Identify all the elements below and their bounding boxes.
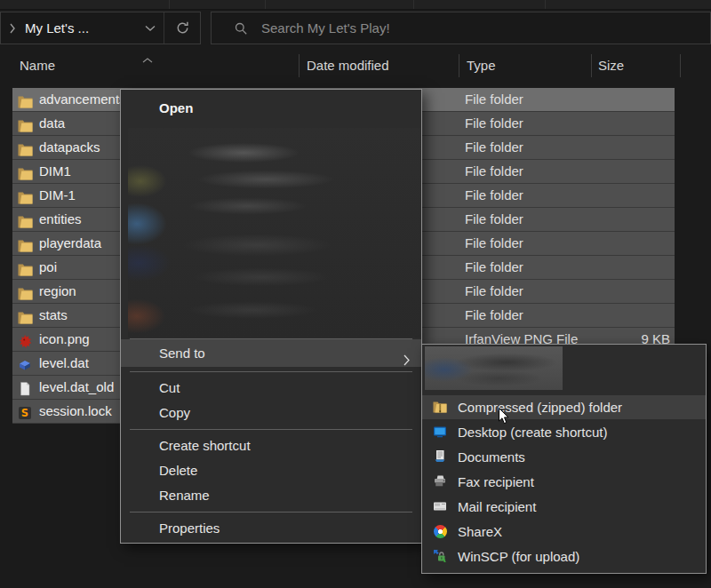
search-input[interactable]: [260, 20, 710, 36]
breadcrumb[interactable]: My Let's ...: [25, 20, 137, 36]
menu-item-properties[interactable]: Properties: [121, 516, 421, 541]
breadcrumb-chevron-icon: [9, 23, 16, 34]
menu-item-send-to[interactable]: Send to: [121, 339, 421, 367]
desktop-icon: [433, 425, 447, 439]
redacted-menu-items: [128, 128, 420, 338]
ribbon-divider: [413, 0, 414, 9]
sublime-file-icon: S: [18, 404, 32, 427]
menu-separator: [130, 371, 412, 372]
menu-item-open[interactable]: Open: [121, 92, 421, 124]
refresh-icon: [175, 20, 190, 36]
menu-item-rename[interactable]: Rename: [121, 483, 421, 508]
send-to-item-documents[interactable]: Documents: [422, 445, 706, 469]
winscp-icon: [433, 549, 447, 563]
documents-icon: [433, 449, 447, 464]
address-dropdown-button[interactable]: [137, 12, 164, 44]
submenu-arrow-icon: [403, 347, 410, 375]
menu-item-delete[interactable]: Delete: [121, 458, 421, 483]
send-to-item-mail-recipient[interactable]: Mail recipient: [422, 495, 706, 519]
column-header-name[interactable]: Name: [20, 58, 55, 73]
explorer-window: My Let's ... Name Date modified Type Siz…: [0, 0, 711, 588]
column-header-size[interactable]: Size: [598, 58, 624, 73]
column-divider[interactable]: [680, 54, 681, 77]
send-to-item-fax-recipient[interactable]: Fax recipient: [422, 470, 706, 494]
context-menu: Open Send to Cut Copy Create shortcut De…: [120, 89, 422, 544]
menu-separator: [130, 512, 412, 513]
send-to-item-winscp[interactable]: WinSCP (for upload): [422, 544, 706, 568]
refresh-button[interactable]: [164, 12, 200, 44]
svg-text:S: S: [21, 407, 28, 419]
column-divider[interactable]: [299, 54, 300, 77]
sharex-icon: [433, 524, 447, 538]
sort-ascending-icon: [142, 51, 153, 66]
menu-item-create-shortcut[interactable]: Create shortcut: [121, 433, 421, 458]
send-to-item-desktop[interactable]: Desktop (create shortcut): [422, 420, 706, 444]
search-icon: [234, 21, 248, 36]
menu-separator: [130, 429, 412, 430]
send-to-item-sharex[interactable]: ShareX: [422, 520, 706, 544]
ribbon-divider: [265, 0, 266, 9]
mail-icon: [433, 499, 447, 513]
search-bar: [211, 12, 711, 44]
column-divider[interactable]: [591, 54, 592, 77]
column-header-date-modified[interactable]: Date modified: [307, 58, 389, 73]
column-divider[interactable]: [459, 54, 459, 77]
menu-item-copy[interactable]: Copy: [121, 401, 421, 425]
column-header-type[interactable]: Type: [467, 58, 496, 73]
send-to-submenu: Compressed (zipped) folder Desktop (crea…: [421, 344, 707, 574]
menu-item-cut[interactable]: Cut: [121, 376, 421, 401]
ribbon-divider: [169, 0, 170, 9]
send-to-item-compressed-zipped-folder[interactable]: Compressed (zipped) folder: [422, 395, 706, 419]
zipped-folder-icon: [433, 400, 447, 414]
ribbon-divider: [545, 0, 546, 9]
column-header-row: Name Date modified Type Size: [0, 50, 711, 82]
fax-icon: [433, 474, 447, 489]
redacted-submenu-item: [425, 346, 563, 390]
mouse-cursor: [498, 407, 510, 429]
ribbon-bottom-strip: [0, 0, 711, 10]
chevron-down-icon: [145, 25, 156, 32]
address-bar[interactable]: My Let's ...: [0, 12, 201, 44]
